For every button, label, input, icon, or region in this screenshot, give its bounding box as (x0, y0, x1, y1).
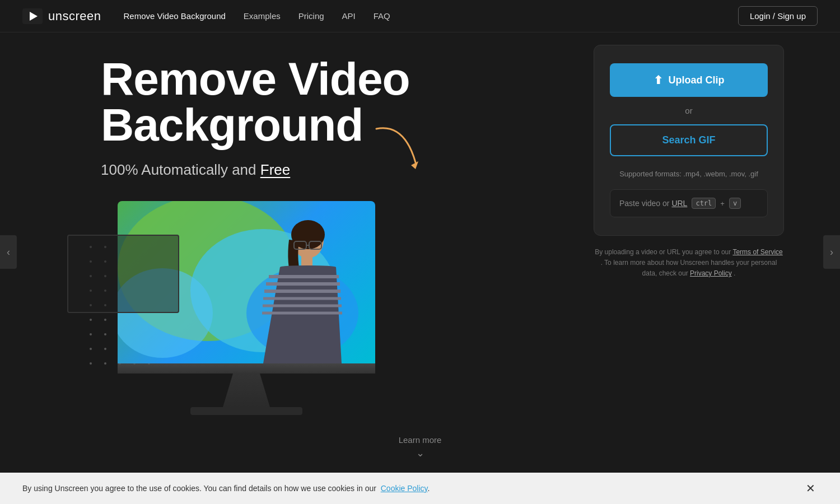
supported-formats: Supported formats: .mp4, .webm, .mov, .g… (610, 170, 768, 178)
privacy-link[interactable]: Privacy Policy (690, 269, 732, 277)
ctrl-key-badge: ctrl (692, 198, 716, 209)
paste-url-bar[interactable]: Paste video or URL ctrl + v (610, 189, 768, 217)
learn-more-label: Learn more (399, 435, 442, 445)
svg-rect-5 (301, 256, 312, 267)
monitor-base (190, 407, 302, 415)
cookie-close-button[interactable]: ✕ (804, 482, 818, 495)
login-button[interactable]: Login / Sign up (738, 6, 818, 26)
or-divider: or (610, 106, 768, 115)
nav-link-examples[interactable]: Examples (244, 11, 281, 21)
monitor-stand (213, 374, 280, 407)
upload-clip-button[interactable]: ⬆ Upload Clip (610, 63, 768, 97)
nav-link-faq[interactable]: FAQ (374, 11, 390, 21)
logo[interactable]: unscreen (22, 8, 101, 24)
hero-section: Remove Video Background 100% Automatical… (101, 56, 410, 415)
nav-links: Remove Video Background Examples Pricing… (124, 11, 390, 21)
logo-icon (22, 8, 43, 24)
hero-subtitle: 100% Automatically and Free (101, 161, 410, 179)
logo-text: unscreen (48, 9, 101, 24)
upload-card: ⬆ Upload Clip or Search GIF Supported fo… (594, 45, 784, 236)
monitor-illustration (101, 201, 392, 415)
chevron-down-icon: ⌄ (399, 447, 442, 459)
ghost-monitor (67, 235, 179, 313)
cookie-banner: By using Unscreen you agree to the use o… (0, 473, 840, 504)
hero-title: Remove Video Background (101, 56, 410, 148)
cookie-policy-link[interactable]: Cookie Policy (381, 484, 428, 493)
paste-text: Paste video or URL (619, 199, 687, 208)
nav-link-api[interactable]: API (342, 11, 356, 21)
cookie-text: By using Unscreen you agree to the use o… (22, 484, 430, 493)
upload-icon: ⬆ (654, 73, 663, 87)
nav-link-remove-bg[interactable]: Remove Video Background (124, 11, 226, 21)
search-gif-button[interactable]: Search GIF (610, 124, 768, 156)
learn-more-section[interactable]: Learn more ⌄ (399, 435, 442, 459)
tos-link[interactable]: Terms of Service (732, 248, 782, 256)
tos-text: By uploading a video or URL you agree to… (594, 247, 784, 279)
main-content: Remove Video Background 100% Automatical… (0, 0, 840, 415)
decorative-arrow (371, 123, 427, 176)
plus-sign: + (720, 199, 725, 208)
navbar: unscreen Remove Video Background Example… (0, 0, 840, 32)
navbar-left: unscreen Remove Video Background Example… (22, 8, 390, 24)
v-key-badge: v (729, 198, 741, 209)
upload-card-section: ⬆ Upload Clip or Search GIF Supported fo… (594, 45, 784, 279)
nav-link-pricing[interactable]: Pricing (298, 11, 324, 21)
